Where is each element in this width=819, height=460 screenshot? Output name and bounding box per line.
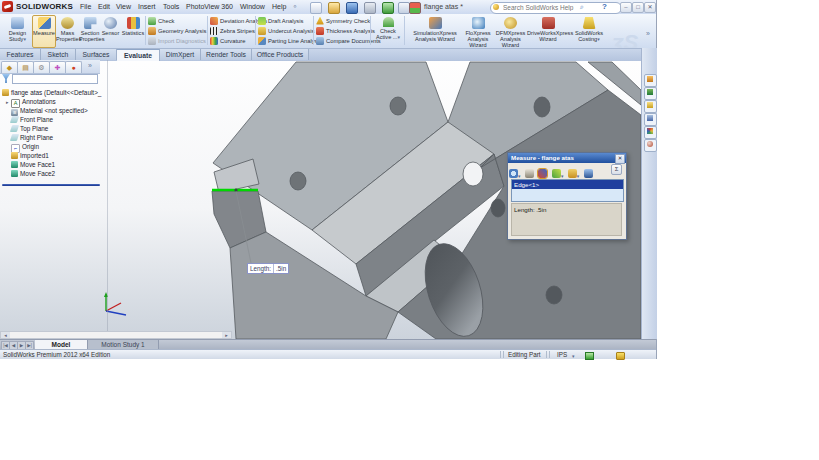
ribbon-overflow-icon[interactable]: » xyxy=(646,30,650,37)
measure-extra-icon[interactable]: Σ xyxy=(611,164,622,175)
dfmxpress-wizard-button[interactable]: DFMXpressAnalysisWizard xyxy=(494,15,527,48)
measure-dialog[interactable]: Measure - flange atas ✕ Σ Edge<1> Length… xyxy=(507,152,627,240)
plane-icon xyxy=(10,134,19,141)
filter-input[interactable] xyxy=(12,74,98,84)
thickness-analysis-button[interactable]: Thickness Analysis xyxy=(316,26,375,36)
tree-item-move-face1[interactable]: Move Face1 xyxy=(6,160,55,169)
tree-item-right-plane[interactable]: Right Plane xyxy=(6,133,53,142)
search-results-icon[interactable] xyxy=(644,113,657,126)
menu-help[interactable]: Help xyxy=(272,3,286,10)
units-precision-icon[interactable] xyxy=(525,169,534,178)
file-explorer-icon[interactable] xyxy=(644,100,657,113)
projected-on-icon[interactable] xyxy=(568,169,577,178)
status-editing-mode: Editing Part xyxy=(508,351,541,358)
floxpress-wizard-button[interactable]: FloXpressAnalysisWizard xyxy=(461,15,495,48)
panel-splitter[interactable] xyxy=(107,60,108,331)
tab-evaluate[interactable]: Evaluate xyxy=(117,49,160,61)
solidworks-costing-button[interactable]: SolidWorksCosting xyxy=(569,15,609,48)
tab-features[interactable]: Features xyxy=(0,49,41,60)
undercut-analysis-button[interactable]: Undercut Analysis xyxy=(258,26,314,36)
measure-dialog-titlebar[interactable]: Measure - flange atas xyxy=(508,153,626,163)
measure-button[interactable]: Measure xyxy=(32,15,56,48)
menu-edit[interactable]: Edit xyxy=(98,3,110,10)
check-button[interactable]: Check xyxy=(148,16,174,26)
measure-dialog-close-icon[interactable]: ✕ xyxy=(615,154,625,164)
selected-entity-row[interactable]: Edge<1> xyxy=(512,180,623,189)
solidworks-resources-icon[interactable] xyxy=(644,74,657,87)
compare-documents-button[interactable]: Compare Documents xyxy=(316,36,381,46)
check-active-button[interactable]: CheckActive ... xyxy=(373,15,403,48)
quick-tips-icon[interactable] xyxy=(616,352,625,360)
measure-selection-list[interactable]: Edge<1> xyxy=(511,179,624,202)
design-study-button[interactable]: DesignStudy xyxy=(2,15,33,48)
configurationmanager-icon[interactable]: ⚙ xyxy=(33,61,50,73)
tree-item-move-face2[interactable]: Move Face2 xyxy=(6,169,55,178)
sensor-button[interactable]: Sensor xyxy=(100,15,121,48)
callout-value: .5in xyxy=(274,264,288,273)
symmetry-check-button[interactable]: Symmetry Check xyxy=(316,16,370,26)
driveworksxpress-wizard-button[interactable]: DriveWorksXpressWizard xyxy=(526,15,570,48)
curvature-button[interactable]: Curvature xyxy=(210,36,245,46)
menu-view[interactable]: View xyxy=(116,3,131,10)
sensor-icon xyxy=(104,17,117,29)
deviation-analysis-icon xyxy=(210,17,218,25)
rebuild-icon[interactable] xyxy=(409,2,421,14)
tree-item-material[interactable]: ≡Material <not specified> xyxy=(6,106,88,115)
tree-item-top-plane[interactable]: Top Plane xyxy=(6,124,48,133)
show-xyz-measurements-icon[interactable] xyxy=(538,169,547,178)
measurement-history-icon[interactable] xyxy=(584,169,593,178)
statistics-button[interactable]: Statistics xyxy=(120,15,146,48)
tree-item-annotations[interactable]: ▸AAnnotations xyxy=(6,97,56,106)
check-icon xyxy=(148,17,156,25)
menu-window[interactable]: Window xyxy=(240,3,265,10)
simulationxpress-wizard-button[interactable]: SimulationXpressAnalysis Wizard xyxy=(408,15,462,48)
part-icon xyxy=(2,89,9,96)
point-to-point-icon[interactable] xyxy=(552,169,561,178)
scroll-right-icon[interactable]: ▸ xyxy=(222,332,231,338)
featuremanager-tree-icon[interactable]: ◆ xyxy=(1,61,18,73)
rollback-bar[interactable] xyxy=(2,184,100,186)
panel-overflow-icon[interactable]: » xyxy=(88,62,92,69)
status-units[interactable]: IPS xyxy=(557,351,567,358)
view-palette-icon[interactable] xyxy=(644,126,657,139)
geometry-analysis-button[interactable]: Geometry Analysis xyxy=(148,26,206,36)
tree-item-root[interactable]: flange atas (Default<<Default>_ xyxy=(2,88,101,97)
design-library-icon[interactable] xyxy=(644,87,657,100)
tab-office-products[interactable]: Office Products xyxy=(252,49,309,60)
search-key-icon xyxy=(493,4,499,10)
tree-item-front-plane[interactable]: Front Plane xyxy=(6,115,53,124)
tab-render-tools[interactable]: Render Tools xyxy=(201,49,252,60)
menu-tools[interactable]: Tools xyxy=(163,3,179,10)
minimize-button[interactable]: – xyxy=(620,2,632,13)
search-icon[interactable]: ⌕ xyxy=(580,3,584,11)
arc-circle-measurements-icon[interactable] xyxy=(509,169,518,178)
menu-photoview[interactable]: PhotoView 360 xyxy=(186,3,233,10)
help-icon[interactable]: ? xyxy=(602,2,607,11)
tab-sketch[interactable]: Sketch xyxy=(41,49,76,60)
menu-file[interactable]: File xyxy=(80,3,91,10)
scroll-left-icon[interactable]: ◂ xyxy=(1,332,10,338)
propertymanager-icon[interactable]: ▤ xyxy=(17,61,34,73)
zebra-stripes-button[interactable]: Zebra Stripes xyxy=(210,26,255,36)
horizontal-scrollbar[interactable]: ◂ ▸ xyxy=(0,331,232,339)
menu-insert[interactable]: Insert xyxy=(138,3,156,10)
tab-surfaces[interactable]: Surfaces xyxy=(76,49,117,60)
appearances-icon[interactable] xyxy=(644,139,657,152)
tree-item-imported1[interactable]: Imported1 xyxy=(6,151,49,160)
solidworks-logo-icon xyxy=(2,1,13,12)
pin-menu-icon[interactable]: ⚬ xyxy=(292,3,298,11)
ribbon: DesignStudy Measure MassProperties Secti… xyxy=(0,14,656,48)
close-button[interactable]: ✕ xyxy=(644,2,656,13)
tag-icon[interactable] xyxy=(585,352,594,360)
draft-analysis-button[interactable]: Draft Analysis xyxy=(258,16,303,26)
import-diagnostics-button[interactable]: Import Diagnostics xyxy=(148,36,206,46)
section-properties-button[interactable]: SectionProperties xyxy=(78,15,102,48)
maximize-button[interactable]: □ xyxy=(632,2,644,13)
displaymanager-icon[interactable]: ● xyxy=(65,61,82,73)
dimxpertmanager-icon[interactable]: ✚ xyxy=(49,61,66,73)
solidworks-window: SOLIDWORKS File Edit View Insert Tools P… xyxy=(0,0,657,359)
tree-item-origin[interactable]: ⌐Origin xyxy=(6,142,39,151)
import-diagnostics-icon xyxy=(148,37,156,45)
mass-properties-button[interactable]: MassProperties xyxy=(55,15,80,48)
tab-dimxpert[interactable]: DimXpert xyxy=(160,49,201,60)
